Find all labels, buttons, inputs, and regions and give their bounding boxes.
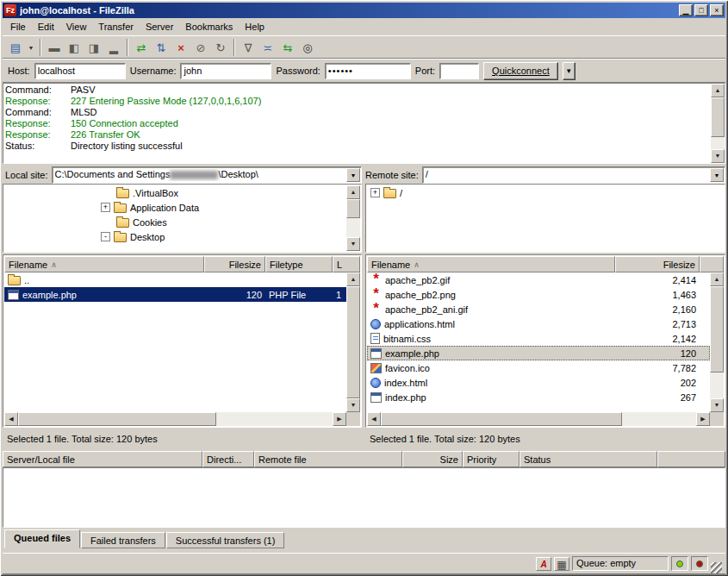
file-row[interactable]: *apache_pb2_ani.gif 2,160	[367, 302, 710, 316]
tree-scrollbar[interactable]: ▲ ▼	[346, 185, 360, 251]
column-header-filetype[interactable]: Filetype	[265, 256, 333, 272]
filezilla-window: Fz john@localhost - FileZilla ▁ □ × File…	[0, 0, 728, 576]
scroll-up-button[interactable]: ▲	[711, 84, 725, 97]
log-line: Response:227 Entering Passive Mode (127,…	[5, 96, 709, 107]
column-header-filename[interactable]: Filename∧	[4, 256, 204, 272]
column-header-last-modified[interactable]: L	[333, 256, 360, 272]
tree-item[interactable]: .VirtualBox	[4, 185, 346, 200]
tree-expander-minus-icon[interactable]: -	[101, 232, 110, 241]
scroll-down-button[interactable]: ▼	[346, 398, 360, 412]
scroll-up-button[interactable]: ▲	[346, 272, 360, 286]
username-input[interactable]	[180, 63, 271, 79]
find-files-button[interactable]: ◎	[298, 38, 317, 57]
menu-item-transfer[interactable]: Transfer	[92, 19, 140, 34]
file-row[interactable]: applications.html 2,713	[367, 316, 710, 331]
refresh-button[interactable]: ⇄	[132, 38, 151, 57]
file-row[interactable]: index.html 202	[367, 375, 710, 390]
disconnect-button[interactable]: ⊘	[191, 38, 210, 57]
quickconnect-dropdown-button[interactable]: ▼	[563, 62, 576, 80]
menu-item-bookmarks[interactable]: Bookmarks	[179, 19, 239, 34]
column-header-filename[interactable]: Filename∧	[367, 256, 615, 272]
menu-item-file[interactable]: File	[4, 19, 32, 34]
scroll-down-button[interactable]: ▼	[346, 237, 360, 251]
list-vertical-scrollbar[interactable]: ▲ ▼	[710, 272, 724, 412]
directory-compare-button[interactable]: ≍	[258, 38, 277, 57]
log-scrollbar[interactable]: ▲ ▼	[711, 84, 725, 163]
scroll-down-button[interactable]: ▼	[710, 398, 724, 412]
file-row[interactable]: favicon.ico 7,782	[367, 360, 710, 375]
filter-button[interactable]: ∇	[239, 38, 258, 57]
column-header-server-local-file[interactable]: Server/Local file	[3, 451, 202, 467]
file-row-parent-directory[interactable]: ..	[4, 272, 346, 287]
menu-item-view[interactable]: View	[60, 19, 93, 34]
minimize-button[interactable]: ▁	[679, 4, 693, 16]
close-button[interactable]: ×	[710, 4, 724, 16]
local-site-combobox[interactable]: C:\Documents and Settings\Desktop\ ▼	[52, 166, 362, 184]
combo-dropdown-arrow[interactable]: ▼	[710, 168, 724, 182]
synchronized-browsing-button[interactable]: ⇆	[278, 38, 297, 57]
file-row[interactable]: bitnami.css 2,142	[367, 331, 710, 346]
quickconnect-button[interactable]: Quickconnect	[483, 62, 558, 80]
list-horizontal-scrollbar[interactable]: ◀ ▶	[367, 412, 710, 426]
host-input[interactable]	[34, 63, 126, 79]
file-row[interactable]: *apache_pb2.png 1,463	[367, 287, 710, 302]
encryption-indicator-icon[interactable]: ▦	[554, 557, 569, 571]
scroll-down-button[interactable]: ▼	[711, 149, 725, 163]
remote-site-combobox[interactable]: / ▼	[422, 166, 725, 184]
log-line: Command:PASV	[5, 85, 709, 96]
scrollbar-thumb[interactable]	[346, 199, 360, 218]
scroll-up-button[interactable]: ▲	[710, 272, 724, 286]
list-vertical-scrollbar[interactable]: ▲ ▼	[346, 272, 360, 412]
column-header-priority[interactable]: Priority	[463, 451, 520, 467]
toggle-remote-tree-button[interactable]: ◨	[84, 38, 103, 57]
toggle-local-tree-button[interactable]: ◧	[65, 38, 84, 57]
scroll-left-button[interactable]: ◀	[4, 412, 18, 426]
tab-failed-transfers[interactable]: Failed transfers	[81, 532, 165, 548]
cancel-operation-button[interactable]: ×	[171, 38, 190, 57]
port-input[interactable]	[439, 63, 479, 79]
scroll-right-button[interactable]: ▶	[696, 412, 710, 426]
file-row[interactable]: *apache_pb2.gif 2,414	[367, 272, 710, 287]
data-type-indicator-icon[interactable]: A	[536, 557, 551, 571]
file-row-selected[interactable]: example.php 120 PHP File 1	[4, 287, 346, 302]
column-header-size[interactable]: Size	[402, 451, 463, 467]
scroll-up-button[interactable]: ▲	[346, 185, 360, 199]
tab-queued-files[interactable]: Queued files	[4, 529, 80, 548]
menu-item-help[interactable]: Help	[239, 19, 271, 34]
tree-expander-plus-icon[interactable]: +	[370, 188, 380, 197]
password-input[interactable]	[325, 63, 411, 79]
file-row[interactable]: index.php 267	[367, 390, 710, 404]
combo-dropdown-arrow[interactable]: ▼	[346, 168, 360, 182]
scrollbar-thumb[interactable]	[381, 412, 622, 426]
menu-item-edit[interactable]: Edit	[32, 19, 60, 34]
scrollbar-thumb[interactable]	[711, 97, 725, 137]
scrollbar-thumb[interactable]	[18, 412, 216, 426]
column-header-filesize[interactable]: Filesize	[204, 256, 265, 272]
column-header-status[interactable]: Status	[520, 451, 657, 467]
scrollbar-thumb[interactable]	[710, 286, 724, 373]
tree-item[interactable]: - Desktop	[4, 229, 346, 244]
scroll-right-button[interactable]: ▶	[333, 412, 346, 426]
column-header-filesize[interactable]: Filesize	[615, 256, 700, 272]
transfer-queue-list[interactable]	[3, 467, 725, 528]
site-manager-button[interactable]: ▤	[6, 38, 25, 57]
menu-item-server[interactable]: Server	[140, 19, 179, 34]
scroll-left-button[interactable]: ◀	[367, 412, 381, 426]
toggle-queue-button[interactable]: ▂	[104, 38, 123, 57]
tree-item[interactable]: Cookies	[4, 215, 346, 229]
maximize-button[interactable]: □	[694, 4, 708, 16]
reconnect-button[interactable]: ↻	[211, 38, 230, 57]
column-header-direction[interactable]: Directi...	[202, 451, 254, 467]
column-header-remote-file[interactable]: Remote file	[254, 451, 402, 467]
toggle-message-log-button[interactable]: ▬	[45, 38, 64, 57]
tree-item[interactable]: + /	[367, 185, 724, 200]
scrollbar-thumb[interactable]	[346, 286, 360, 398]
site-manager-dropdown-button[interactable]: ▼	[26, 38, 36, 57]
list-horizontal-scrollbar[interactable]: ◀ ▶	[4, 412, 346, 426]
tree-expander-plus-icon[interactable]: +	[101, 203, 110, 212]
process-queue-button[interactable]: ⇅	[152, 38, 171, 57]
file-row-selected[interactable]: example.php 120	[367, 346, 710, 360]
tab-successful-transfers[interactable]: Successful transfers (1)	[166, 532, 285, 548]
tree-item[interactable]: + Application Data	[4, 200, 346, 215]
resize-grip[interactable]	[711, 562, 722, 573]
